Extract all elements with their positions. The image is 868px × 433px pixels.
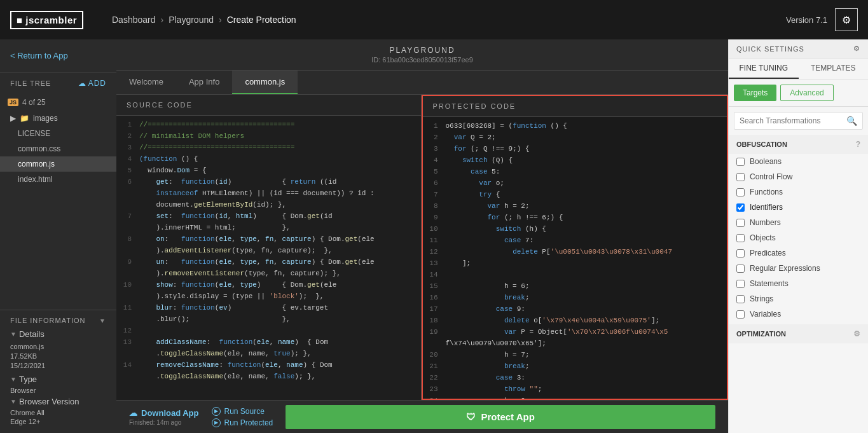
help-icon[interactable]: ? [856,140,860,149]
code-line: 2 var Q = 2; [423,134,727,145]
code-line: document.getElementById(id); }, [116,201,421,212]
bottom-bar: ☁ Download App Finished: 14m ago ▶ Run S… [116,400,728,433]
main-layout: < Return to App FILE TREE ☁ Add JS 4 of … [0,39,868,433]
optimization-header[interactable]: OPTIMIZATION ⚙ [729,324,868,343]
code-line: 13 ]; [423,259,727,271]
folder-icon: 📁 [20,114,29,123]
file-information: FILE INFORMATION ▼ ▼ Details common.js 1… [0,310,116,433]
code-line: ).innerHTML = html; }, [116,224,421,235]
file-license[interactable]: LICENSE [0,126,116,141]
add-file-button[interactable]: ☁ Add [78,79,106,88]
targets-button[interactable]: Targets [734,85,776,101]
breadcrumb-dashboard[interactable]: Dashboard [112,15,156,25]
statements-checkbox[interactable] [736,280,745,288]
tab-templates[interactable]: TEMPLATES [799,58,869,79]
breadcrumb: Dashboard › Playground › Create Protecti… [112,15,786,25]
variables-checkbox[interactable] [736,310,745,319]
tab-fine-tuning[interactable]: FINE TUNING [729,58,799,79]
browser-version-edge: Edge 12+ [10,418,106,425]
control-flow-checkbox[interactable] [736,173,745,181]
code-line: 7 try { [423,191,727,202]
transform-booleans: Booleans [729,154,868,169]
transform-numbers: Numbers [729,215,868,230]
objects-checkbox[interactable] [736,234,745,242]
run-protected-icon: ▶ [212,418,221,427]
obfuscation-section: OBFUSCATION ? Booleans Control Flow Func… [729,135,868,322]
search-transforms-input[interactable] [734,113,841,129]
folder-images[interactable]: ▶ 📁 images [0,111,116,126]
run-source-button[interactable]: ▶ Run Source [212,407,273,416]
strings-label[interactable]: Strings [750,294,773,303]
download-app-button[interactable]: ☁ Download App Finished: 14m ago [129,408,199,426]
type-section: ▼ Type Browser ▼ Browser Version Chrome … [10,375,106,425]
code-line: 21 break; [423,362,727,374]
browser-version-toggle[interactable]: ▼ Browser Version [10,397,106,406]
file-tree-header: FILE TREE ☁ Add [0,72,116,94]
code-line: 1//=================================== [116,121,421,132]
logo-icon: ■ [17,15,23,25]
code-area: SOURCE CODE 1//=========================… [116,95,728,400]
file-size-row: 17.52KB [10,352,106,360]
statements-label[interactable]: Statements [750,279,789,288]
file-tree-label: FILE TREE [10,79,51,87]
protect-app-button[interactable]: 🛡 Protect App [286,405,715,429]
tab-app-info[interactable]: App Info [176,71,232,94]
tab-common-js[interactable]: common.js [232,71,298,94]
objects-label[interactable]: Objects [750,233,776,242]
code-line: ).removeEventListener(type, fn, capture)… [116,270,421,281]
top-right: Version 7.1 ⚙ [786,8,858,31]
transform-variables: Variables [729,306,868,322]
numbers-label[interactable]: Numbers [750,218,781,227]
booleans-checkbox[interactable] [736,158,745,166]
settings-button[interactable]: ⚙ [835,8,858,31]
type-toggle[interactable]: ▼ Type [10,375,106,384]
predicates-label[interactable]: Predicates [750,249,786,258]
predicates-checkbox[interactable] [736,249,745,258]
file-common-css[interactable]: common.css [0,141,116,156]
download-subtitle: Finished: 14m ago [129,419,199,426]
code-line: 8 var h = 2; [423,202,727,214]
optimization-label: OPTIMIZATION [736,330,786,338]
source-code-scroll[interactable]: 1//=================================== 2… [116,116,421,400]
return-to-app-button[interactable]: < Return to App [0,39,116,72]
run-protected-button[interactable]: ▶ Run Protected [212,418,273,427]
numbers-checkbox[interactable] [736,219,745,227]
code-line: 11 case 7: [423,237,727,248]
control-flow-label[interactable]: Control Flow [750,172,792,181]
code-line: 6 var o; [423,179,727,191]
regular-expressions-checkbox[interactable] [736,265,745,273]
protected-pane: PROTECTED CODE 1o633[603268] = (function… [422,95,729,400]
code-line: 4 switch (Q) { [423,156,727,168]
variables-label[interactable]: Variables [750,310,781,319]
strings-checkbox[interactable] [736,295,745,303]
code-line: ).style.display = (type || 'block'); }, [116,292,421,304]
code-line: 6 get: function(id) { return ((id [116,178,421,189]
protected-code-scroll[interactable]: 1o633[603268] = (function () { 2 var Q =… [423,117,727,399]
identifiers-label[interactable]: Identifiers [750,203,783,212]
booleans-label[interactable]: Booleans [750,157,782,166]
file-common-js[interactable]: common.js [0,156,116,172]
transform-functions: Functions [729,184,868,200]
search-icon[interactable]: 🔍 [841,113,862,128]
regular-expressions-label[interactable]: Regular Expressions [750,264,820,273]
help-icon-2[interactable]: ⚙ [853,329,860,338]
transform-objects: Objects [729,230,868,245]
identifiers-checkbox[interactable] [736,203,745,212]
breadcrumb-playground[interactable]: Playground [169,15,214,25]
code-line: 11 blur: function(ev) { ev.target [116,304,421,315]
file-index-html[interactable]: index.html [0,172,116,187]
code-line: 22 case 3: [423,374,727,385]
protected-code-label: PROTECTED CODE [423,96,727,117]
quick-settings-gear-icon[interactable]: ⚙ [853,45,860,53]
functions-checkbox[interactable] [736,188,745,196]
tab-welcome[interactable]: Welcome [116,71,176,94]
obfuscation-header[interactable]: OBFUSCATION ? [729,135,868,154]
functions-label[interactable]: Functions [750,188,783,196]
details-toggle[interactable]: ▼ Details [10,329,106,339]
file-counter: JS 4 of 25 [0,94,116,111]
transform-strings: Strings [729,291,868,306]
optimization-section: OPTIMIZATION ⚙ [729,324,868,343]
code-line: 9 for (; h !== 6;) { [423,214,727,225]
advanced-button[interactable]: Advanced [780,85,833,101]
file-info-header[interactable]: FILE INFORMATION ▼ [10,317,106,324]
